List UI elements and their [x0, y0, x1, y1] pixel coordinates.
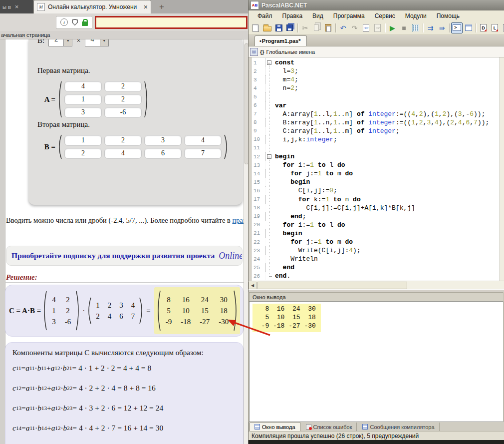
- code-line: 11: [249, 144, 504, 152]
- times-label: ×: [76, 39, 80, 45]
- matrix-cell-input[interactable]: 2: [104, 94, 142, 105]
- chevron-down-icon[interactable]: ▾: [100, 39, 108, 46]
- show-form-button[interactable]: [463, 22, 474, 33]
- chevron-down-icon[interactable]: ▾: [63, 39, 72, 46]
- code-text: l=3;: [275, 67, 298, 75]
- equals-sign: =: [146, 307, 150, 315]
- matrix-cell-input[interactable]: 4: [104, 148, 142, 159]
- rows-select[interactable]: 2 ▾: [48, 39, 72, 46]
- info-icon[interactable]: i: [60, 18, 68, 26]
- doc-t-button[interactable]: T: [501, 22, 504, 33]
- url-input[interactable]: [95, 16, 248, 29]
- document-tab[interactable]: • Program1.pas*: [254, 35, 307, 46]
- menu-item-4[interactable]: Сервис: [370, 11, 400, 20]
- bottom-tab-1[interactable]: Список ошибок: [301, 423, 357, 431]
- matrix-cell-input[interactable]: 1: [64, 135, 102, 146]
- paste-button[interactable]: [322, 22, 334, 33]
- matrix-cell-input[interactable]: 1: [64, 94, 102, 105]
- browser-window: ы в × M Онлайн калькулятор. Умножени × +…: [0, 0, 248, 444]
- list-icon: [362, 424, 368, 430]
- matrix-cell-input[interactable]: 2: [104, 81, 142, 92]
- editor-horizontal-scrollbar[interactable]: ◀: [249, 281, 504, 289]
- compile-button[interactable]: [410, 22, 421, 33]
- open-file-button[interactable]: [261, 22, 273, 33]
- scope-name: Глобальные имена: [266, 49, 315, 55]
- bookmark-item[interactable]: ачальная страница: [1, 32, 50, 38]
- fold-marker: [265, 272, 272, 280]
- site-identity-box[interactable]: i: [56, 16, 92, 29]
- matrix-paren-l: [87, 297, 92, 325]
- undo-button[interactable]: ↶: [337, 22, 349, 33]
- shield-icon[interactable]: [72, 19, 78, 26]
- lock-icon[interactable]: [82, 21, 88, 26]
- page-scrollbar[interactable]: [244, 39, 248, 444]
- new-tab-button[interactable]: +: [151, 0, 248, 13]
- code-text: begin: [275, 230, 302, 237]
- menu-item-6[interactable]: Помощь: [432, 11, 465, 20]
- code-line: 18 C[i,j]:=C[i,j]+A[i,k]*B[k,j]: [249, 204, 504, 212]
- redo-button[interactable]: ↷: [349, 22, 360, 33]
- menu-item-3[interactable]: Программа: [328, 11, 370, 20]
- close-icon[interactable]: ×: [144, 3, 148, 11]
- matrix-cell-input[interactable]: 2: [64, 148, 102, 159]
- menu-item-5[interactable]: Модули: [400, 11, 432, 20]
- code-editor[interactable]: 1const2 l=3;3 m=4;4 n=2;56var7 A:array[1…: [249, 57, 504, 281]
- matrix-cell-input[interactable]: 7: [184, 148, 222, 159]
- step-into-button[interactable]: ⇉: [425, 22, 436, 33]
- fold-toggle-icon[interactable]: [265, 152, 272, 161]
- editor-scrollbar[interactable]: [500, 57, 504, 281]
- fold-toggle-icon[interactable]: [265, 58, 272, 67]
- save-all-button[interactable]: [284, 22, 296, 33]
- bottom-tab-2[interactable]: Сообщения компилятора: [358, 423, 439, 431]
- menu-item-0[interactable]: Файл: [252, 11, 277, 20]
- active-tab[interactable]: M Онлайн калькулятор. Умножени ×: [33, 0, 151, 13]
- run-button[interactable]: ▶: [387, 22, 398, 33]
- fold-marker: [265, 221, 272, 229]
- matrix-size-selector-row: B: 2 ▾ × 4 ▾: [37, 39, 243, 46]
- doc-d-button[interactable]: D: [478, 22, 489, 33]
- code-text: const: [275, 59, 294, 66]
- title-bar[interactable]: AB PascalABC.NET: [249, 0, 504, 10]
- cols-value: 4: [85, 39, 100, 46]
- scroll-left-button[interactable]: ◀: [249, 282, 256, 289]
- doc-l-button[interactable]: L: [489, 22, 501, 33]
- eq-matrix-b-grid: 12342467: [92, 301, 139, 321]
- matrix-cell-input[interactable]: 6: [144, 148, 182, 159]
- cut-button[interactable]: ✂: [299, 22, 311, 33]
- copy-button[interactable]: [311, 22, 322, 33]
- input-rules-link[interactable]: правилах ввода чи: [232, 216, 244, 224]
- cols-select[interactable]: 4 ▾: [85, 39, 109, 46]
- scrollbar-thumb[interactable]: [257, 282, 407, 289]
- save-button[interactable]: [273, 22, 284, 33]
- first-matrix-label: Первая матрица.: [37, 66, 243, 75]
- matrix-paren-r: [224, 134, 229, 160]
- output-area[interactable]: 8 16 24 30 5 10 15 18 -9 -18 -27 -30: [249, 301, 504, 422]
- next-version-button[interactable]: ⇨: [372, 22, 383, 33]
- matrix-cell-input[interactable]: 4: [184, 135, 222, 146]
- toolbar-separator: [297, 23, 298, 32]
- matrix-cell-input[interactable]: -6: [104, 107, 142, 118]
- stop-button[interactable]: ■: [398, 22, 410, 33]
- menu-item-1[interactable]: Правка: [277, 11, 308, 20]
- menu-item-2[interactable]: Вид: [307, 11, 328, 20]
- matrix-cell-input[interactable]: 3: [144, 135, 182, 146]
- step-over-button[interactable]: ⇛: [436, 22, 448, 33]
- close-icon[interactable]: ×: [15, 3, 19, 10]
- subscription-banner[interactable]: Приобретайте подписку для поддержки разв…: [6, 246, 243, 266]
- matrix-a-grid: 42123-6: [64, 81, 142, 118]
- active-tab-title: Онлайн калькулятор. Умножени: [48, 3, 141, 10]
- bookmarks-bar: ачальная страница: [0, 31, 248, 39]
- banner-brand: OnlineI: [219, 251, 243, 261]
- show-console-button[interactable]: >: [451, 22, 463, 33]
- prev-version-button[interactable]: ⇦: [360, 22, 372, 33]
- background-tab[interactable]: ы в ×: [0, 0, 33, 13]
- new-file-button[interactable]: [250, 22, 261, 33]
- matrix-cell-input[interactable]: 4: [64, 81, 102, 92]
- matrix-cell-input[interactable]: 2: [104, 135, 142, 146]
- code-navigation-bar[interactable]: ▤ {} Глобальные имена: [249, 46, 504, 57]
- toolbar-separator: [449, 23, 450, 32]
- matrix-cell-input[interactable]: 3: [64, 107, 102, 118]
- bottom-tab-0[interactable]: Окно вывода: [250, 422, 300, 431]
- step-over-button-icon: ⇛: [439, 24, 445, 31]
- code-text: for j:=1 to m do: [275, 238, 353, 246]
